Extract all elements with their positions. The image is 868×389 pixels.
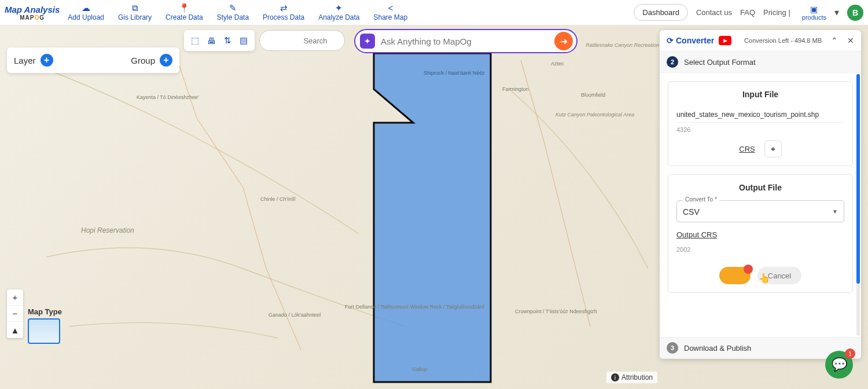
select-tool-icon[interactable]: ⬚	[191, 35, 199, 46]
convert-loading-icon	[744, 265, 753, 274]
process-icon: ⇄	[280, 3, 288, 12]
chat-icon: 💬	[832, 357, 847, 372]
convert-to-value: CSV	[683, 207, 700, 216]
chevron-down-icon: ▼	[832, 208, 838, 215]
brand-title: Map Analysis	[5, 5, 60, 14]
nav-pricing[interactable]: Pricing |	[763, 8, 790, 17]
avatar[interactable]: B	[847, 5, 863, 21]
nav-add-upload[interactable]: ☁Add Upload	[68, 3, 104, 21]
nav-gis-library[interactable]: ⧉Gis Library	[118, 3, 152, 21]
zoom-in-button[interactable]: +	[7, 289, 23, 306]
converter-actions: Cancel 👆	[676, 267, 844, 284]
products-menu[interactable]: ▣ products	[802, 5, 826, 21]
step-number-badge: 2	[667, 56, 678, 68]
convert-to-label: Convert To *	[683, 196, 719, 203]
scrollbar-thumb[interactable]	[856, 74, 860, 284]
nav-process-data[interactable]: ⇄Process Data	[263, 3, 304, 21]
sort-icon[interactable]: ⇅	[224, 35, 231, 46]
add-group-button[interactable]: +	[160, 54, 172, 67]
step-title: Download & Publish	[684, 344, 751, 353]
layer-label: Layer	[14, 56, 36, 65]
mini-toolbar: ⬚ 🖶 ⇅ ▤	[184, 30, 255, 51]
step-number-badge: 3	[667, 342, 678, 354]
converter-title: ⟳Converter	[667, 36, 714, 45]
nav-share-map[interactable]: <Share Map	[374, 3, 408, 21]
add-layer-button[interactable]: +	[41, 54, 53, 67]
step-title: Select Output Format	[684, 58, 756, 67]
converter-step-2[interactable]: 2 Select Output Format	[660, 52, 861, 73]
style-icon: ✎	[229, 3, 237, 12]
dashboard-button[interactable]: Dashboard	[634, 4, 688, 21]
chat-fab[interactable]: 💬 1	[825, 351, 853, 379]
convert-to-select[interactable]: Convert To * CSV ▼	[676, 200, 844, 222]
ask-submit-button[interactable]: ➜	[554, 32, 573, 50]
input-file-card: Input File united_states_new_mexico_tour…	[668, 81, 853, 166]
pin-icon: 📍	[179, 3, 190, 12]
zoom-out-button[interactable]: −	[7, 306, 23, 322]
share-icon: <	[388, 3, 393, 12]
list-icon[interactable]: ▤	[240, 35, 248, 46]
nav-analyze-data[interactable]: ✦Analyze Data	[318, 3, 359, 21]
sparkle-icon: ✦	[360, 34, 375, 49]
input-crs-value: 4326	[676, 123, 844, 140]
ask-bar[interactable]: ✦ ➜	[354, 29, 578, 53]
crs-link[interactable]: CRS	[739, 145, 755, 153]
print-icon[interactable]: 🖶	[207, 36, 216, 46]
collapse-icon[interactable]: ⌃	[831, 36, 838, 45]
layer-control: Layer +	[14, 54, 53, 67]
library-icon: ⧉	[132, 3, 138, 12]
group-label: Group	[131, 56, 155, 65]
chat-badge: 1	[845, 348, 855, 359]
converter-scrollbar[interactable]	[856, 74, 860, 336]
output-file-heading: Output File	[676, 183, 844, 192]
converter-body: Input File united_states_new_mexico_tour…	[660, 73, 861, 337]
search-input[interactable]	[267, 36, 364, 45]
brand-subtitle: MAPOG	[20, 14, 45, 21]
chevron-down-icon[interactable]: ▾	[834, 7, 839, 18]
output-file-card: Output File Convert To * CSV ▼ Output CR…	[668, 174, 853, 293]
converter-panel: ⟳Converter ▶ Conversion Left - 494.8 MB …	[660, 30, 861, 359]
info-icon: i	[611, 373, 619, 381]
nav-right: Dashboard Contact us FAQ Pricing | ▣ pro…	[634, 4, 863, 21]
brand-logo[interactable]: Map Analysis MAPOG	[5, 5, 60, 21]
ask-input[interactable]	[381, 36, 549, 46]
nav-style-data[interactable]: ✎Style Data	[217, 3, 249, 21]
crs-target-icon[interactable]: ⌖	[764, 140, 782, 157]
nav-faq[interactable]: FAQ	[740, 8, 755, 17]
input-filename: united_states_new_mexico_tourism_point.s…	[676, 107, 844, 123]
youtube-icon[interactable]: ▶	[719, 36, 731, 45]
map-type-control: Map Type	[28, 307, 62, 344]
conversion-left-label: Conversion Left - 494.8 MB	[744, 37, 822, 44]
selected-region-polygon	[374, 53, 491, 382]
map-type-thumbnail[interactable]	[28, 318, 60, 344]
zoom-control: + − ▲	[7, 289, 23, 338]
output-crs-link[interactable]: Output CRS	[676, 230, 717, 239]
converter-header: ⟳Converter ▶ Conversion Left - 494.8 MB …	[660, 30, 861, 52]
close-icon[interactable]: ✕	[847, 36, 854, 45]
output-crs-value: 2002	[676, 243, 844, 260]
north-arrow-button[interactable]: ▲	[7, 322, 23, 338]
nav-contact-us[interactable]: Contact us	[696, 8, 732, 17]
layer-group-panel: Layer + Group +	[7, 47, 179, 73]
convert-button[interactable]	[719, 267, 751, 284]
group-control: Group +	[131, 54, 172, 67]
nav-create-data[interactable]: 📍Create Data	[165, 3, 203, 21]
input-file-heading: Input File	[676, 90, 844, 99]
cloud-upload-icon: ☁	[82, 3, 90, 12]
nav-items: ☁Add Upload ⧉Gis Library 📍Create Data ✎S…	[68, 3, 407, 21]
analyze-icon: ✦	[335, 3, 343, 12]
search-box[interactable]: 🔍	[259, 30, 345, 51]
refresh-icon: ⟳	[667, 36, 674, 45]
attribution-button[interactable]: i Attribution	[606, 372, 657, 383]
cube-icon: ▣	[810, 5, 818, 14]
cancel-button[interactable]: Cancel	[757, 267, 801, 284]
top-navigation: Map Analysis MAPOG ☁Add Upload ⧉Gis Libr…	[0, 0, 868, 25]
map-type-label: Map Type	[28, 307, 62, 316]
